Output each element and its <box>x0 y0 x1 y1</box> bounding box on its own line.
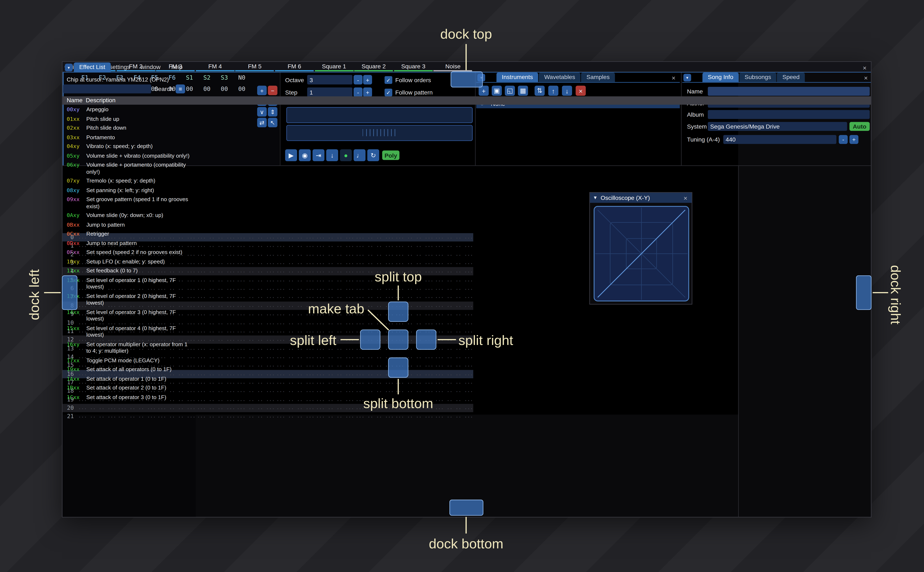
tab-speed[interactable]: Speed <box>777 73 805 82</box>
tab-wavetables[interactable]: Wavetables <box>539 73 580 82</box>
close-icon[interactable]: × <box>862 74 870 82</box>
split-top-target[interactable] <box>388 302 408 322</box>
split-bottom-label: split bottom <box>351 396 446 412</box>
delete-instrument-button[interactable]: × <box>576 86 586 96</box>
duplicate-instrument-button[interactable]: ▣ <box>492 86 502 96</box>
oscilloscope-titlebar[interactable]: ▼ Oscilloscope (X-Y) × <box>590 193 692 203</box>
make-tab-target[interactable] <box>388 330 408 350</box>
orders-column-header: N0 <box>233 75 251 81</box>
move-instrument-down-button[interactable]: ↓ <box>562 86 572 96</box>
dock-top-target[interactable] <box>451 71 483 87</box>
follow-pattern-label: Follow pattern <box>395 89 433 96</box>
split-left-label: split left <box>247 333 337 348</box>
tab-instruments[interactable]: Instruments <box>497 73 538 82</box>
add-order-button[interactable]: + <box>257 86 267 95</box>
orders-column-header: S3 <box>216 75 233 81</box>
effect-list-panel: ▼ Effect List × Chip at cursor: Yamaha Y… <box>62 415 196 518</box>
dock-top-label: dock top <box>419 26 514 42</box>
window-menu-icon[interactable]: ▼ <box>683 74 691 82</box>
octave-increase-button[interactable]: + <box>363 75 372 84</box>
move-instrument-up-button[interactable]: ↑ <box>548 86 558 96</box>
follow-pattern-checkbox[interactable]: ✓ <box>385 89 392 96</box>
step-input[interactable] <box>307 87 352 97</box>
check-icon: ✓ <box>386 77 391 83</box>
oscilloscope-title: Oscilloscope (X-Y) <box>600 194 650 201</box>
split-right-target[interactable] <box>416 330 436 350</box>
follow-orders-label: Follow orders <box>395 77 431 83</box>
oscilloscope-window[interactable]: ▼ Oscilloscope (X-Y) × <box>589 192 692 305</box>
check-icon: ✓ <box>386 90 391 95</box>
name-field[interactable] <box>708 87 870 96</box>
split-bottom-target[interactable] <box>388 358 408 378</box>
orders-column-header: S2 <box>198 75 216 81</box>
step-increase-button[interactable]: + <box>363 87 372 97</box>
dock-right-label: dock right <box>887 259 903 330</box>
open-instrument-button[interactable]: ◱ <box>505 86 515 96</box>
instruments-tabbar: InstrumentsWavetablesSamples <box>497 72 615 82</box>
follow-orders-checkbox[interactable]: ✓ <box>385 76 392 84</box>
dock-left-target[interactable] <box>62 275 78 310</box>
split-left-target[interactable] <box>360 330 380 350</box>
split-right-label: split right <box>458 333 554 348</box>
dock-right-target[interactable] <box>856 275 871 310</box>
save-instrument-button[interactable]: ▦ <box>518 86 528 96</box>
close-icon[interactable]: × <box>670 74 678 82</box>
remove-order-button[interactable]: − <box>268 86 277 95</box>
name-label: Name <box>687 88 703 95</box>
tab-song-info[interactable]: Song Info <box>703 73 739 82</box>
song-info-tabbar: Song InfoSubsongsSpeed <box>703 72 805 82</box>
effect-list: 00xyArpeggio01xxPitch slide up02xxPitch … <box>62 415 196 517</box>
dock-bottom-target[interactable] <box>449 500 483 516</box>
dock-bottom-label: dock bottom <box>419 536 514 552</box>
dock-left-label: dock left <box>26 259 43 330</box>
make-tab-label: make tab <box>274 301 364 317</box>
orders-cell[interactable]: 00 <box>198 86 216 92</box>
octave-input[interactable] <box>307 75 352 84</box>
instrument-folders-button[interactable]: ⇅ <box>534 86 545 96</box>
step-decrease-button[interactable]: - <box>354 87 363 97</box>
orders-cell[interactable]: 00 <box>233 86 251 92</box>
furnace-window: fileeditsettingswindowhelp F1F2F3F4F5F6S… <box>62 61 871 518</box>
octave-label: Octave <box>285 77 304 83</box>
step-label: Step <box>285 89 298 96</box>
octave-decrease-button[interactable]: - <box>354 75 363 84</box>
oscilloscope-xy-display <box>594 206 689 302</box>
orders-column-header: S1 <box>181 75 198 81</box>
orders-cell[interactable]: 00 <box>216 86 233 92</box>
tab-subsongs[interactable]: Subsongs <box>739 73 776 82</box>
split-top-label: split top <box>351 269 446 285</box>
close-icon[interactable]: × <box>682 194 689 202</box>
tab-samples[interactable]: Samples <box>581 73 615 82</box>
collapse-icon[interactable]: ▼ <box>593 195 598 201</box>
desktop-background: fileeditsettingswindowhelp F1F2F3F4F5F6S… <box>0 0 924 572</box>
